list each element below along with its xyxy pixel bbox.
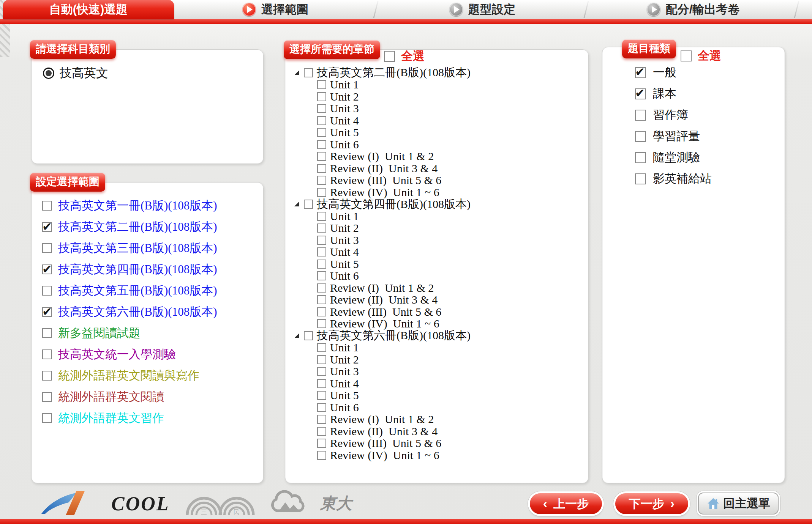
- range-item-checkbox[interactable]: [42, 307, 52, 317]
- tab-auto-quick-select[interactable]: 自動(快速)選題: [3, 0, 174, 19]
- tree-chapter-row[interactable]: Review (I) Unit 1 & 2: [285, 282, 588, 294]
- question-type-checkbox[interactable]: [635, 88, 646, 99]
- tree-chapter-row[interactable]: Unit 4: [285, 378, 588, 390]
- range-item[interactable]: 統測外語群英文閱讀與寫作: [42, 369, 263, 382]
- range-item-label[interactable]: 統測外語群英文閱讀: [58, 389, 164, 405]
- tree-chapter-checkbox[interactable]: [317, 367, 326, 376]
- tree-chapter-row[interactable]: Unit 3: [285, 366, 588, 378]
- range-item-checkbox[interactable]: [42, 349, 52, 359]
- tree-chapter-label[interactable]: Unit 6: [330, 401, 359, 414]
- tree-chapter-label[interactable]: Review (II) Unit 3 & 4: [330, 425, 438, 438]
- tree-chapter-checkbox[interactable]: [317, 188, 326, 197]
- select-all-checkbox[interactable]: [681, 50, 692, 61]
- tab-select-range[interactable]: 選擇範圍: [175, 0, 376, 19]
- tree-chapter-label[interactable]: Unit 3: [330, 234, 359, 247]
- tree-chapter-checkbox[interactable]: [317, 379, 326, 388]
- tree-chapter-checkbox[interactable]: [317, 140, 326, 149]
- tree-chapter-label[interactable]: Unit 1: [330, 341, 359, 354]
- range-item-checkbox[interactable]: [42, 371, 52, 381]
- question-type-item[interactable]: 影英補給站: [635, 172, 785, 185]
- tree-chapter-checkbox[interactable]: [317, 260, 326, 269]
- question-type-label[interactable]: 學習評量: [653, 128, 700, 144]
- tree-chapter-row[interactable]: Unit 4: [285, 115, 588, 127]
- tree-chapter-label[interactable]: Unit 4: [330, 114, 359, 127]
- select-all-label[interactable]: 全選: [401, 48, 425, 64]
- tree-chapter-label[interactable]: Unit 5: [330, 389, 359, 402]
- range-item[interactable]: 技高英文第五冊(B版)(108版本): [42, 284, 263, 297]
- tree-book-row[interactable]: 技高英文第四冊(B版)(108版本): [285, 198, 588, 211]
- tree-chapter-row[interactable]: Review (II) Unit 3 & 4: [285, 294, 588, 306]
- tree-chapter-label[interactable]: Unit 6: [330, 138, 359, 151]
- question-type-label[interactable]: 習作簿: [653, 107, 688, 123]
- tree-chapter-checkbox[interactable]: [317, 391, 326, 400]
- tree-chapter-label[interactable]: Review (II) Unit 3 & 4: [330, 162, 438, 175]
- tree-book-row[interactable]: 技高英文第六冊(B版)(108版本): [285, 330, 588, 342]
- tree-chapter-row[interactable]: Unit 2: [285, 354, 588, 366]
- range-item-checkbox[interactable]: [42, 413, 52, 423]
- subject-option-label[interactable]: 技高英文: [60, 65, 108, 82]
- question-type-checkbox[interactable]: [635, 131, 646, 142]
- range-item-label[interactable]: 技高英文第二冊(B版)(108版本): [58, 219, 217, 235]
- tree-chapter-checkbox[interactable]: [317, 319, 326, 328]
- range-item-label[interactable]: 技高英文第四冊(B版)(108版本): [58, 261, 217, 277]
- range-item-label[interactable]: 技高英文第三冊(B版)(108版本): [58, 240, 217, 256]
- tree-chapter-checkbox[interactable]: [317, 80, 326, 89]
- tree-chapter-row[interactable]: Unit 6: [285, 270, 588, 282]
- tree-chapter-label[interactable]: Review (II) Unit 3 & 4: [330, 293, 438, 306]
- tree-chapter-checkbox[interactable]: [317, 403, 326, 412]
- range-item[interactable]: 技高英文第三冊(B版)(108版本): [42, 242, 263, 255]
- tree-chapter-label[interactable]: Unit 1: [330, 78, 359, 91]
- tree-chapter-label[interactable]: Review (IV) Unit 1 ~ 6: [330, 449, 439, 462]
- tree-chapter-checkbox[interactable]: [317, 451, 326, 460]
- tree-chapter-label[interactable]: Unit 5: [330, 126, 359, 139]
- range-item-checkbox[interactable]: [42, 264, 52, 274]
- tree-chapter-row[interactable]: Unit 2: [285, 222, 588, 234]
- tree-chapter-checkbox[interactable]: [317, 92, 326, 101]
- tab-score-output[interactable]: 配分/輸出考卷: [588, 0, 799, 19]
- chapter-select-all[interactable]: 全選: [384, 48, 425, 64]
- question-type-checkbox[interactable]: [635, 173, 646, 184]
- tree-chapter-label[interactable]: Unit 3: [330, 365, 359, 378]
- tree-chapter-row[interactable]: Review (II) Unit 3 & 4: [285, 162, 588, 175]
- range-item-label[interactable]: 新多益閱讀試題: [58, 325, 141, 341]
- range-item[interactable]: 技高英文第六冊(B版)(108版本): [42, 305, 263, 318]
- tree-chapter-checkbox[interactable]: [317, 128, 326, 137]
- range-item-label[interactable]: 統測外語群英文習作: [58, 410, 164, 426]
- tree-chapter-checkbox[interactable]: [317, 236, 326, 245]
- tree-chapter-row[interactable]: Unit 5: [285, 390, 588, 402]
- range-item[interactable]: 技高英文統一入學測驗: [42, 348, 263, 361]
- tree-chapter-row[interactable]: Unit 5: [285, 127, 588, 139]
- tree-chapter-label[interactable]: Unit 5: [330, 258, 359, 271]
- question-type-item[interactable]: 學習評量: [635, 130, 785, 143]
- question-type-checkbox[interactable]: [635, 67, 646, 78]
- tree-chapter-label[interactable]: Unit 4: [330, 377, 359, 390]
- range-item[interactable]: 技高英文第一冊(B版)(108版本): [42, 199, 263, 212]
- tree-chapter-checkbox[interactable]: [317, 164, 326, 173]
- range-item-label[interactable]: 技高英文第五冊(B版)(108版本): [58, 283, 217, 299]
- tree-chapter-label[interactable]: Unit 4: [330, 245, 359, 258]
- tree-chapter-checkbox[interactable]: [317, 116, 326, 125]
- tree-chapter-row[interactable]: Review (II) Unit 3 & 4: [285, 425, 588, 437]
- tree-chapter-row[interactable]: Review (IV) Unit 1 ~ 6: [285, 449, 588, 461]
- range-item[interactable]: 新多益閱讀試題: [42, 327, 263, 340]
- question-type-item[interactable]: 課本: [635, 87, 785, 100]
- tree-book-checkbox[interactable]: [304, 331, 313, 340]
- range-item-label[interactable]: 技高英文統一入學測驗: [58, 346, 176, 362]
- question-type-item[interactable]: 隨堂測驗: [635, 151, 785, 164]
- tree-chapter-label[interactable]: Review (III) Unit 5 & 6: [330, 305, 441, 318]
- range-item-label[interactable]: 技高英文第一冊(B版)(108版本): [58, 198, 217, 214]
- tree-chapter-label[interactable]: Unit 2: [330, 222, 359, 234]
- tree-chapter-row[interactable]: Unit 6: [285, 401, 588, 414]
- range-item-checkbox[interactable]: [42, 243, 52, 253]
- tree-chapter-checkbox[interactable]: [317, 295, 326, 304]
- tree-chapter-row[interactable]: Unit 5: [285, 258, 588, 270]
- tree-chapter-checkbox[interactable]: [317, 307, 326, 316]
- question-type-label[interactable]: 影英補給站: [653, 171, 712, 187]
- subject-option[interactable]: 技高英文: [43, 65, 263, 82]
- range-item-checkbox[interactable]: [42, 222, 52, 232]
- tree-chapter-checkbox[interactable]: [317, 176, 326, 185]
- question-type-item[interactable]: 一般: [635, 66, 785, 79]
- range-item-checkbox[interactable]: [42, 201, 52, 211]
- tree-chapter-row[interactable]: Review (III) Unit 5 & 6: [285, 306, 588, 318]
- tree-chapter-label[interactable]: Unit 6: [330, 269, 359, 282]
